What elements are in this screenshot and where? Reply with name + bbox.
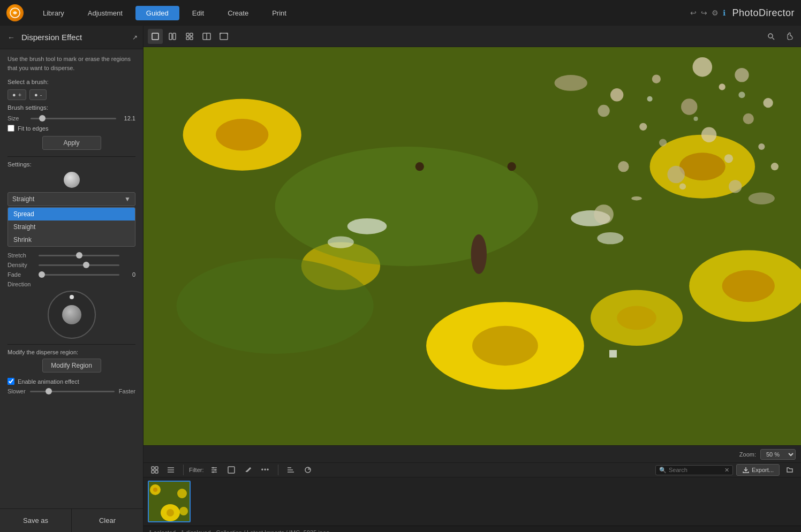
svg-rect-70 [228, 467, 235, 473]
export-button[interactable]: Export... [736, 464, 780, 476]
direction-dropdown[interactable]: Straight ▼ [7, 192, 135, 206]
status-bar: 1 selected - 1 displayed Collection / La… [143, 526, 801, 532]
brush-add-button[interactable]: ● + [7, 89, 26, 100]
search-zoom-button[interactable] [764, 29, 779, 44]
apply-button[interactable]: Apply [42, 136, 101, 150]
modify-region-section: Modify the disperse region: Modify Regio… [7, 349, 135, 373]
svg-rect-7 [190, 37, 193, 40]
separator-1 [183, 465, 184, 475]
save-as-button[interactable]: Save as [0, 509, 71, 532]
color-button[interactable] [301, 463, 315, 477]
svg-point-44 [659, 139, 667, 146]
nav-library[interactable]: Library [32, 6, 75, 20]
direction-dial[interactable] [48, 291, 96, 339]
search-box: 🔍 ✕ [655, 465, 733, 475]
svg-point-36 [681, 98, 697, 115]
modify-region-button[interactable]: Modify Region [42, 359, 101, 373]
fade-slider[interactable] [39, 274, 119, 276]
filmstrip-grid-view[interactable] [148, 463, 162, 477]
back-button[interactable]: ← [5, 32, 17, 43]
animation-label[interactable]: Enable animation effect [18, 378, 79, 385]
dropdown-option-spread[interactable]: Spread [8, 208, 135, 221]
fade-row: Fade 0 [7, 271, 135, 278]
fit-edges-label[interactable]: Fit to edges [18, 125, 48, 132]
svg-point-46 [758, 143, 765, 150]
filmstrip-thumbnail[interactable] [148, 481, 191, 522]
filter-more-button[interactable]: ••• [259, 463, 273, 477]
size-row: Size 12.1 [7, 115, 135, 121]
stretch-slider[interactable] [39, 255, 119, 256]
svg-point-50 [631, 196, 642, 200]
zoom-select[interactable]: 50 % 25 % 75 % 100 % [760, 449, 796, 460]
export-label: Export... [752, 467, 774, 473]
canvas-toolbar [143, 26, 801, 47]
view-single-button[interactable] [148, 29, 163, 44]
svg-point-69 [212, 472, 214, 473]
hand-tool-button[interactable] [782, 29, 797, 44]
view-grid-button[interactable] [182, 29, 197, 44]
open-button[interactable] [783, 463, 797, 477]
svg-point-41 [735, 68, 749, 82]
size-slider[interactable] [31, 118, 116, 119]
svg-point-34 [610, 88, 623, 101]
brush-erase-button[interactable]: ● - [29, 89, 47, 100]
svg-point-31 [597, 232, 623, 244]
fit-edges-checkbox[interactable] [7, 125, 14, 132]
svg-line-71 [250, 468, 251, 468]
zoom-indicator-box [609, 350, 617, 358]
nav-adjustment[interactable]: Adjustment [77, 6, 133, 20]
view-compare-button[interactable] [199, 29, 214, 44]
svg-rect-4 [186, 33, 189, 36]
svg-rect-61 [155, 467, 158, 469]
chevron-down-icon: ▼ [124, 195, 131, 203]
dropdown-option-shrink[interactable]: Shrink [8, 233, 135, 246]
app-logo [6, 4, 24, 21]
svg-point-58 [693, 117, 698, 121]
view-fullscreen-button[interactable] [216, 29, 231, 44]
filter-edit-button[interactable] [241, 463, 255, 477]
toolbar-icon-3[interactable]: ⚙ [712, 9, 719, 17]
filter-frame-button[interactable] [224, 463, 238, 477]
photo-display [143, 47, 801, 445]
svg-rect-62 [152, 470, 154, 473]
modify-region-label: Modify the disperse region: [7, 349, 135, 355]
canvas-tools-left [148, 29, 231, 44]
main-area: ← Dispersion Effect ↗ Use the brush tool… [0, 26, 801, 532]
svg-point-28 [347, 218, 387, 234]
speed-slider[interactable] [30, 391, 115, 392]
nav-print[interactable]: Print [261, 6, 297, 20]
top-bar: Library Adjustment Guided Edit Create Pr… [0, 0, 801, 26]
brush-erase-icon: ● [34, 92, 38, 98]
svg-point-32 [415, 162, 424, 171]
search-input[interactable] [669, 467, 722, 473]
toolbar-icon-1[interactable]: ↩ [690, 9, 697, 17]
search-clear-icon[interactable]: ✕ [724, 467, 729, 474]
toolbar-icon-2[interactable]: ↪ [701, 9, 707, 17]
density-label: Density [7, 262, 34, 268]
nav-create[interactable]: Create [217, 6, 259, 20]
panel-description: Use the brush tool to mark or erase the … [7, 55, 135, 72]
svg-point-19 [679, 153, 726, 180]
filter-label: Filter: [189, 467, 204, 473]
svg-point-38 [743, 113, 754, 124]
dropdown-container: Straight ▼ [7, 192, 135, 206]
animation-checkbox[interactable] [7, 378, 14, 385]
size-value: 12.1 [120, 115, 135, 121]
svg-point-27 [471, 234, 487, 274]
clear-button[interactable]: Clear [71, 509, 143, 532]
dropdown-option-straight[interactable]: Straight [8, 221, 135, 233]
panel-export-button[interactable]: ↗ [132, 34, 138, 41]
canvas-image[interactable] [143, 47, 801, 445]
animation-row: Enable animation effect [7, 378, 135, 385]
toolbar-icon-4[interactable]: ℹ [723, 9, 726, 17]
svg-rect-5 [190, 33, 193, 36]
nav-guided[interactable]: Guided [135, 6, 179, 20]
density-slider[interactable] [39, 264, 119, 266]
svg-point-35 [652, 74, 661, 83]
sort-button[interactable] [284, 463, 298, 477]
filmstrip-list-view[interactable] [164, 463, 178, 477]
view-portrait-button[interactable] [165, 29, 180, 44]
svg-rect-63 [155, 470, 158, 473]
nav-edit[interactable]: Edit [182, 6, 215, 20]
filter-type-button[interactable] [207, 463, 221, 477]
